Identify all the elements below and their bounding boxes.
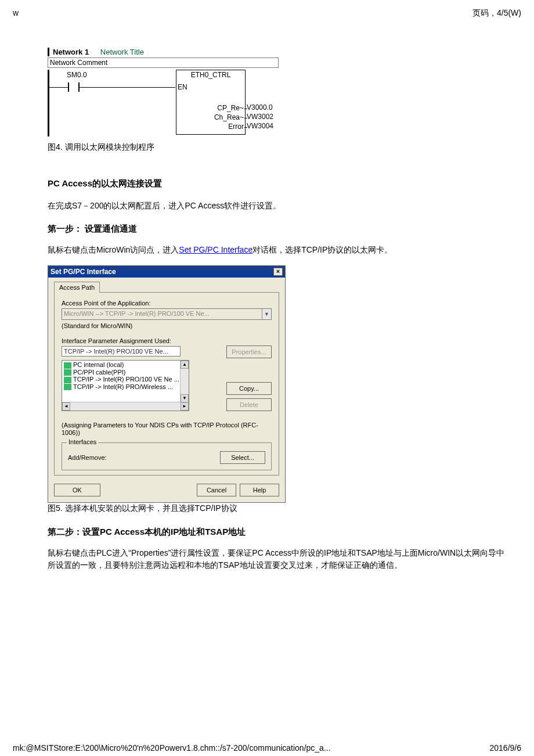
access-point-label: Access Point of the Application: [62,300,272,307]
contact-label: SM0.0 [67,71,87,79]
step2-title: 第二步：设置PC Access本机的IP地址和TSAP地址 [48,527,513,538]
ok-button[interactable]: OK [54,484,100,496]
list-item: PC/PPI cable(PPI) [63,369,187,376]
adapter-icon [64,362,71,369]
ladder-rung: SM0.0 ETH0_CTRL EN CP_Re~ Ch_Rea~ Error … [48,70,279,136]
footer-path: mk:@MSITStore:E:\200\Micro%20'n%20Powerv… [13,743,331,753]
set-pgpc-interface-dialog: Set PG/PC Interface × Access Path Access… [48,265,286,503]
network-title: Network Title [100,48,144,56]
section-pc-access-title: PC Access的以太网连接设置 [48,178,513,189]
network-diagram: Network 1 Network Title Network Comment … [48,48,286,136]
dialog-titlebar[interactable]: Set PG/PC Interface × [48,266,285,278]
interface-assignment-label: Interface Parameter Assignment Used: [62,337,272,344]
standard-note: (Standard for Micro/WIN) [62,322,272,329]
adapter-icon [64,369,71,376]
function-block: ETH0_CTRL EN CP_Re~ Ch_Rea~ Error [176,70,246,135]
addremove-label: Add/Remove: [68,454,107,461]
chevron-down-icon[interactable]: ▼ [262,309,271,319]
tab-access-path[interactable]: Access Path [54,282,100,293]
list-item: TCP/IP -> Intel(R) PRO/100 VE Ne ... [63,376,187,383]
fb-ext-vw3004: VW3004 [247,122,282,130]
header-left: w [13,8,19,19]
properties-button[interactable]: Properties... [226,345,272,358]
network-comment: Network Comment [48,57,279,68]
scrollbar-horizontal[interactable]: ◄ ► [62,402,189,411]
fb-ext-v3000: V3000.0 [247,103,282,111]
page-footer: mk:@MSITStore:E:\200\Micro%20'n%20Powerv… [13,743,521,753]
delete-button[interactable]: Delete [226,398,272,411]
adapter-icon [64,384,71,390]
step1-title: 第一步： 设置通信通道 [48,224,513,235]
adapter-icon [64,377,71,383]
figure4-caption: 图4. 调用以太网模块控制程序 [48,142,513,153]
access-point-combo[interactable]: Micro/WIN --> TCP/IP -> Intel(R) PRO/100… [62,308,272,320]
protocol-note: (Assigning Parameters to Your NDIS CPs w… [62,422,272,437]
scroll-right-icon[interactable]: ► [181,402,189,411]
scrollbar-vertical[interactable]: ▲ ▼ [180,361,189,402]
para-step1: 鼠标右键点击MicroWin访问点，进入Set PG/PC Interface对… [48,244,513,256]
list-item: PC internal (local) [63,361,187,369]
dialog-title: Set PG/PC Interface [50,268,116,276]
header-right: 页码，4/5(W) [472,8,521,19]
cancel-button[interactable]: Cancel [197,484,236,496]
page-header: w 页码，4/5(W) [13,8,521,19]
interface-assignment-field[interactable]: TCP/IP -> Intel(R) PRO/100 VE Ne... [62,346,181,357]
set-pgpc-interface-link[interactable]: Set PG/PC Interface [179,245,252,254]
network-label: Network 1 [53,48,89,56]
list-item: TCP/IP -> Intel(R) PRO/Wireless ... [63,383,187,391]
fb-pin-err: Error [228,123,244,131]
close-icon[interactable]: × [273,268,283,276]
scroll-left-icon[interactable]: ◄ [62,402,70,411]
copy-button[interactable]: Copy... [226,382,272,395]
figure5-caption: 图5. 选择本机安装的以太网卡，并且选择TCP/IP协议 [48,503,513,514]
help-button[interactable]: Help [240,484,279,496]
scroll-down-icon[interactable]: ▼ [181,394,189,402]
fb-pin-ch: Ch_Rea~ [214,113,244,121]
fb-ext-vw3002: VW3002 [247,113,282,121]
select-button[interactable]: Select... [220,451,265,464]
interface-listbox[interactable]: PC internal (local) PC/PPI cable(PPI) TC… [62,360,189,411]
para-intro: 在完成S7－200的以太网配置后，进入PC Access软件进行设置。 [48,200,513,212]
footer-date: 2016/9/6 [490,743,522,753]
para-step2: 鼠标右键点击PLC进入“Properties”进行属性设置，要保证PC Acce… [48,547,513,571]
scroll-up-icon[interactable]: ▲ [181,361,189,369]
fb-en-pin: EN [178,83,187,91]
fb-title: ETH0_CTRL [176,70,245,80]
group-legend: Interfaces [67,438,98,445]
interfaces-group: Interfaces Add/Remove: Select... [62,442,272,470]
fb-pin-cp: CP_Re~ [217,104,244,112]
